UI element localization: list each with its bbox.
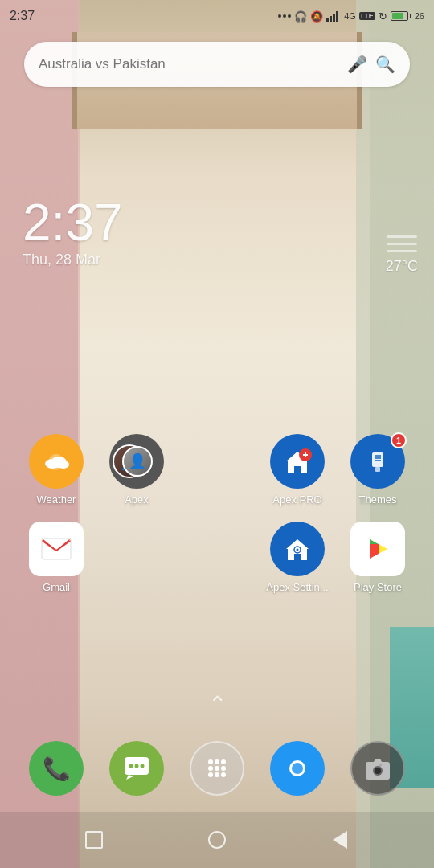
weather-cloud-icon bbox=[41, 446, 72, 477]
dot3 bbox=[288, 14, 291, 18]
chat-bubble-icon bbox=[122, 754, 151, 783]
svg-rect-10 bbox=[305, 452, 306, 457]
svg-point-28 bbox=[221, 766, 226, 771]
svg-point-30 bbox=[215, 772, 219, 777]
haze-line-1 bbox=[387, 235, 417, 238]
dock-item-chat[interactable] bbox=[109, 741, 164, 796]
svg-point-23 bbox=[208, 760, 213, 764]
messages-icon bbox=[282, 753, 313, 784]
app-item-play-store[interactable]: Play Store bbox=[338, 522, 418, 593]
dock-item-messages[interactable] bbox=[270, 741, 325, 796]
svg-rect-2 bbox=[333, 14, 335, 22]
weather-temperature: 27°C bbox=[386, 258, 418, 275]
battery-percent: 26 bbox=[415, 11, 424, 21]
svg-rect-0 bbox=[326, 18, 329, 22]
status-icons: 🎧 🔕 4G LTE ↻ 26 bbox=[278, 10, 424, 23]
svg-point-37 bbox=[375, 768, 381, 774]
grid-dots-icon bbox=[203, 754, 231, 783]
weather-widget-corner: 27°C bbox=[386, 233, 418, 275]
dot2 bbox=[283, 14, 286, 18]
clock-widget: 2:37 Thu, 28 Mar bbox=[23, 197, 123, 268]
swipe-up-indicator[interactable]: ⌃ bbox=[208, 691, 227, 718]
signal-dots bbox=[278, 14, 291, 18]
svg-rect-12 bbox=[375, 467, 380, 472]
apex-avatar: 👤 👤 bbox=[109, 434, 164, 489]
haze-line-2 bbox=[387, 243, 417, 245]
headphone-icon: 🎧 bbox=[294, 10, 307, 23]
dot1 bbox=[278, 14, 281, 18]
search-icon[interactable]: 🔍 bbox=[375, 55, 395, 74]
apex-pro-label: Apex PRO bbox=[272, 493, 321, 506]
svg-point-34 bbox=[292, 763, 303, 774]
recent-apps-icon bbox=[85, 831, 103, 849]
play-store-icon bbox=[350, 522, 405, 576]
app-item-empty2 bbox=[96, 522, 177, 593]
app-row-2: Gmail Apex Settin... bbox=[16, 522, 418, 593]
back-nav-icon bbox=[333, 831, 347, 849]
app-item-apex-settings[interactable]: Apex Settin... bbox=[257, 522, 338, 593]
app-item-apex-pro[interactable]: Apex PRO bbox=[257, 434, 338, 506]
gmail-letter-icon bbox=[40, 537, 72, 561]
svg-point-21 bbox=[135, 764, 139, 768]
battery-indicator bbox=[391, 11, 411, 21]
mute-icon: 🔕 bbox=[310, 10, 323, 23]
nav-bar bbox=[0, 812, 434, 868]
dock-item-camera[interactable] bbox=[350, 741, 405, 796]
svg-point-24 bbox=[215, 760, 219, 764]
home-nav-icon bbox=[208, 831, 226, 849]
svg-point-18 bbox=[297, 549, 299, 551]
themes-label: Themes bbox=[359, 493, 397, 506]
paint-brush-icon bbox=[362, 446, 393, 477]
battery-outline bbox=[391, 11, 408, 21]
svg-rect-1 bbox=[330, 16, 332, 22]
phone-icon: 📞 bbox=[43, 755, 71, 782]
app-item-weather[interactable]: Weather bbox=[16, 434, 96, 506]
svg-point-29 bbox=[208, 772, 213, 777]
search-input[interactable] bbox=[39, 56, 339, 72]
play-triangle-icon bbox=[362, 533, 394, 565]
chevron-up-icon: ⌃ bbox=[208, 692, 227, 717]
app-item-apex[interactable]: 👤 👤 Apex bbox=[96, 434, 177, 506]
apex-app-label: Apex bbox=[125, 493, 149, 506]
apex-pro-icon bbox=[270, 434, 325, 489]
camera-icon bbox=[363, 754, 392, 783]
battery-tip bbox=[410, 14, 411, 18]
svg-point-27 bbox=[215, 766, 219, 771]
play-store-label: Play Store bbox=[354, 581, 402, 593]
svg-point-38 bbox=[379, 764, 382, 767]
svg-point-31 bbox=[221, 772, 226, 777]
microphone-icon[interactable]: 🎤 bbox=[347, 55, 367, 74]
network-4g: 4G bbox=[344, 11, 356, 21]
clock-date: Thu, 28 Mar bbox=[23, 252, 123, 268]
svg-point-7 bbox=[58, 461, 69, 469]
haze-line-3 bbox=[387, 250, 417, 252]
home-plus-icon bbox=[281, 445, 313, 477]
svg-rect-3 bbox=[336, 11, 338, 22]
nav-home-button[interactable] bbox=[203, 825, 231, 854]
status-bar: 2:37 🎧 🔕 4G LTE ↻ 26 bbox=[0, 0, 434, 32]
svg-rect-11 bbox=[372, 452, 383, 467]
app-grid: Weather 👤 👤 Apex bbox=[0, 434, 434, 609]
battery-fill bbox=[392, 13, 403, 19]
svg-point-22 bbox=[141, 764, 145, 768]
svg-point-26 bbox=[208, 766, 213, 771]
weather-app-icon bbox=[29, 434, 84, 489]
search-bar[interactable]: 🎤 🔍 bbox=[24, 42, 410, 87]
network-lte: LTE bbox=[359, 12, 375, 20]
svg-point-20 bbox=[129, 764, 133, 768]
dock-item-drawer[interactable] bbox=[190, 741, 244, 796]
apex-settings-label: Apex Settin... bbox=[266, 581, 328, 593]
signal-icon bbox=[326, 10, 341, 22]
clock-time: 2:37 bbox=[23, 197, 123, 248]
app-item-gmail[interactable]: Gmail bbox=[16, 522, 96, 593]
gmail-label: Gmail bbox=[43, 581, 70, 593]
app-item-themes[interactable]: 1 Themes bbox=[338, 434, 418, 506]
nav-back-button[interactable] bbox=[326, 825, 354, 854]
app-item-empty3 bbox=[177, 522, 257, 593]
dock-item-phone[interactable]: 📞 bbox=[29, 741, 84, 796]
weather-app-label: Weather bbox=[37, 493, 76, 506]
apex-settings-icon bbox=[270, 522, 325, 576]
nav-recent-button[interactable] bbox=[80, 825, 108, 854]
status-time: 2:37 bbox=[10, 9, 35, 23]
dock: 📞 bbox=[0, 733, 434, 804]
